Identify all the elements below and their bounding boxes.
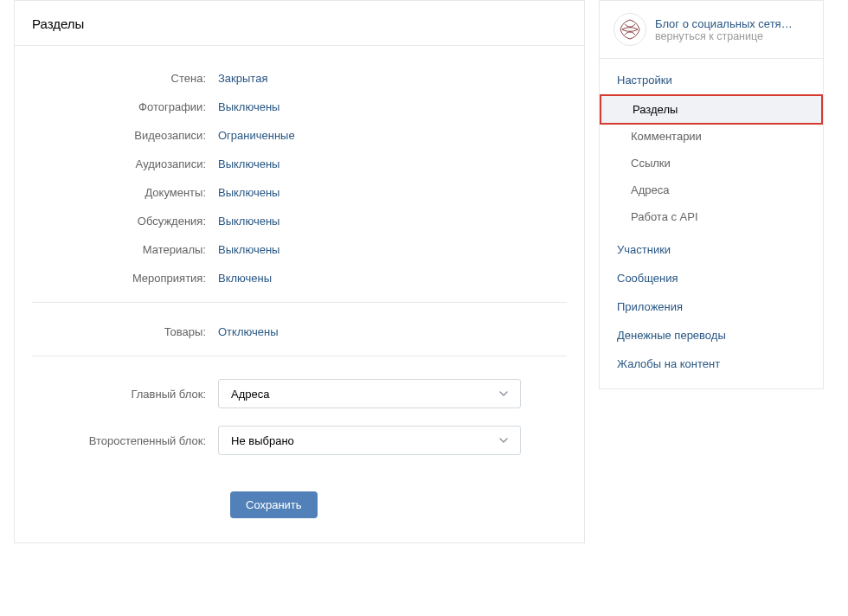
setting-value-docs[interactable]: Выключены xyxy=(218,186,279,199)
setting-value-materials[interactable]: Выключены xyxy=(218,243,279,256)
setting-label: Документы: xyxy=(32,186,218,199)
setting-label: Аудиозаписи: xyxy=(32,157,218,170)
setting-row-events: Мероприятия: Включены xyxy=(32,272,567,285)
main-panel: Разделы Стена: Закрытая Фотографии: Выкл… xyxy=(14,0,585,543)
main-block-select-value: Адреса xyxy=(231,388,269,401)
sidebar-item-members[interactable]: Участники xyxy=(600,235,823,264)
sidebar-item-messages[interactable]: Сообщения xyxy=(600,264,823,292)
setting-value-discussions[interactable]: Выключены xyxy=(218,215,279,228)
sidebar-item-apps[interactable]: Приложения xyxy=(600,292,823,321)
save-button[interactable]: Сохранить xyxy=(230,491,318,518)
setting-label: Материалы: xyxy=(32,243,218,256)
chevron-down-icon xyxy=(499,438,508,443)
main-block-label: Главный блок: xyxy=(32,388,218,401)
setting-value-audio[interactable]: Выключены xyxy=(218,157,279,170)
setting-label: Стена: xyxy=(32,72,218,85)
sidebar-item-settings[interactable]: Настройки xyxy=(600,66,823,94)
setting-row-discussions: Обсуждения: Выключены xyxy=(32,215,567,228)
secondary-block-select-value: Не выбрано xyxy=(231,434,294,447)
divider xyxy=(32,302,567,303)
back-to-page-link[interactable]: вернуться к странице xyxy=(655,30,809,42)
community-logo[interactable] xyxy=(614,13,646,46)
highlight-annotation: Разделы xyxy=(600,94,823,125)
secondary-block-label: Второстепенный блок: xyxy=(32,434,218,447)
setting-value-videos[interactable]: Ограниченные xyxy=(218,129,295,142)
sidebar-item-money[interactable]: Денежные переводы xyxy=(600,321,823,350)
setting-label: Видеозаписи: xyxy=(32,129,218,142)
divider xyxy=(32,356,567,356)
sidebar-header: Блог о социальных сетя… вернуться к стра… xyxy=(600,1,823,59)
setting-row-videos: Видеозаписи: Ограниченные xyxy=(32,129,567,142)
setting-row-wall: Стена: Закрытая xyxy=(32,72,567,85)
setting-row-materials: Материалы: Выключены xyxy=(32,243,567,256)
setting-row-goods: Товары: Отключены xyxy=(32,325,567,338)
sidebar-item-reports[interactable]: Жалобы на контент xyxy=(600,350,823,378)
sidebar-subitem-comments[interactable]: Комментарии xyxy=(600,123,823,150)
main-block-row: Главный блок: Адреса xyxy=(32,379,567,408)
main-block-select[interactable]: Адреса xyxy=(218,379,521,408)
main-header: Разделы xyxy=(15,1,584,46)
sidebar-nav: Настройки Разделы Комментарии Ссылки Адр… xyxy=(600,59,823,388)
setting-value-photos[interactable]: Выключены xyxy=(218,100,279,113)
secondary-block-select[interactable]: Не выбрано xyxy=(218,426,521,455)
setting-label: Обсуждения: xyxy=(32,215,218,228)
setting-row-docs: Документы: Выключены xyxy=(32,186,567,199)
setting-value-wall[interactable]: Закрытая xyxy=(218,72,267,85)
setting-label: Фотографии: xyxy=(32,100,218,113)
setting-value-goods[interactable]: Отключены xyxy=(218,325,278,338)
secondary-block-row: Второстепенный блок: Не выбрано xyxy=(32,426,567,455)
sidebar-subitem-api[interactable]: Работа с API xyxy=(600,203,823,230)
community-title[interactable]: Блог о социальных сетя… xyxy=(655,17,809,30)
setting-label: Мероприятия: xyxy=(32,272,218,285)
sidebar-subitem-links[interactable]: Ссылки xyxy=(600,150,823,176)
sidebar-sublist: Разделы Комментарии Ссылки Адреса Работа… xyxy=(600,94,823,235)
setting-value-events[interactable]: Включены xyxy=(218,272,272,285)
setting-row-audio: Аудиозаписи: Выключены xyxy=(32,157,567,170)
chevron-down-icon xyxy=(499,391,508,396)
sidebar-subitem-addresses[interactable]: Адреса xyxy=(600,176,823,203)
page-title: Разделы xyxy=(32,16,567,31)
setting-label: Товары: xyxy=(32,325,218,338)
sidebar-subitem-sections[interactable]: Разделы xyxy=(601,96,821,123)
sidebar: Блог о социальных сетя… вернуться к стра… xyxy=(599,0,824,389)
setting-row-photos: Фотографии: Выключены xyxy=(32,100,567,113)
